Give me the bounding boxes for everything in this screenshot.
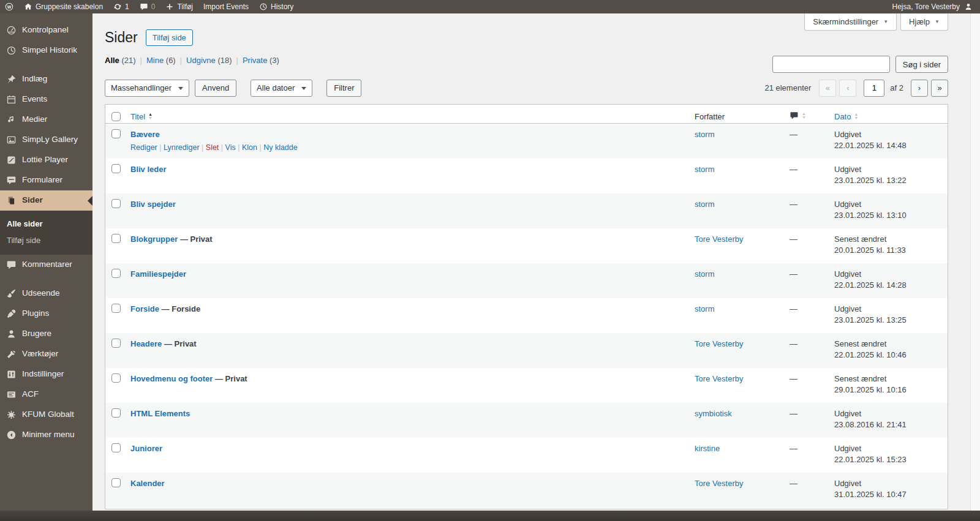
sidebar-item-events[interactable]: Events — [0, 89, 92, 110]
page-title-link[interactable]: Kalender — [130, 479, 165, 488]
add-page-button[interactable]: Tilføj side — [146, 29, 193, 47]
row-checkbox[interactable] — [111, 339, 121, 348]
sidebar-item-simpel-historik[interactable]: Simpel Historik — [0, 40, 92, 61]
status-label: Senest ændret — [834, 234, 948, 245]
filter-udgivne[interactable]: Udgivne (18) — [186, 56, 232, 65]
sidebar-item-plugins[interactable]: Plugins — [0, 304, 92, 324]
row-checkbox[interactable] — [111, 373, 121, 383]
date-value: 20.01.2025 kl. 11:33 — [834, 245, 948, 256]
last-page-button[interactable]: » — [931, 80, 948, 97]
row-action-rediger[interactable]: Rediger — [130, 143, 157, 152]
filter-mine[interactable]: Mine (6) — [146, 56, 176, 65]
row-checkbox[interactable] — [111, 164, 121, 173]
row-checkbox[interactable] — [111, 269, 121, 278]
page-title: Sider — [105, 29, 138, 47]
prev-page-button[interactable]: ‹ — [839, 80, 856, 97]
current-page-input[interactable] — [864, 80, 884, 97]
sidebar-item-label: Indstillinger — [22, 369, 64, 379]
author-link[interactable]: storm — [695, 304, 715, 313]
author-link[interactable]: storm — [695, 269, 715, 279]
author-link[interactable]: storm — [695, 130, 715, 139]
page-title-link[interactable]: Headere — [130, 339, 162, 348]
page-title-link[interactable]: Familiespejder — [130, 269, 186, 279]
date-filter-select[interactable]: Alle datoer — [251, 80, 312, 97]
sidebar-item-formularer[interactable]: Formularer — [0, 170, 92, 190]
row-checkbox[interactable] — [111, 443, 121, 452]
sidebar-item-udseende[interactable]: Udseende — [0, 283, 92, 304]
sidebar-item-kontrolpanel[interactable]: Kontrolpanel — [0, 20, 92, 40]
sidebar-item-minimer-menu[interactable]: Minimer menu — [0, 425, 92, 445]
filter-private[interactable]: Private (3) — [243, 56, 279, 65]
sidebar-item-simply-gallery[interactable]: SimpLy Gallery — [0, 130, 92, 150]
row-checkbox[interactable] — [111, 408, 121, 418]
row-action-vis[interactable]: Vis — [225, 143, 236, 152]
sidebar-item-medier[interactable]: Medier — [0, 110, 92, 130]
author-link[interactable]: Tore Vesterby — [695, 339, 744, 348]
admin-bar-user-menu[interactable]: Hejsa, Tore Vesterby — [892, 2, 973, 11]
admin-bar-item-1[interactable]: 1 — [113, 2, 129, 11]
bulk-actions-select[interactable]: Massehandlinger — [105, 80, 189, 97]
sidebar-item-brugere[interactable]: Brugere — [0, 324, 92, 344]
page-title-link[interactable]: Hovedmenu og footer — [130, 374, 213, 383]
scrollbar[interactable] — [970, 13, 980, 521]
filter-alle[interactable]: Alle (21) — [105, 56, 136, 65]
row-checkbox[interactable] — [111, 199, 121, 208]
sidebar-item-indl-g[interactable]: Indlæg — [0, 69, 92, 89]
sort-icon: ▲▼ — [854, 113, 858, 120]
page-title-link[interactable]: Bliv spejder — [130, 200, 176, 209]
sidebar-item-kfum-globalt[interactable]: KFUM Globalt — [0, 405, 92, 425]
row-checkbox[interactable] — [111, 304, 121, 313]
admin-bar-item-gruppesite-skabelon[interactable]: Gruppesite skabelon — [24, 2, 103, 11]
author-link[interactable]: storm — [695, 200, 715, 209]
first-page-button[interactable]: « — [819, 80, 836, 97]
admin-bar-item-tilf-j[interactable]: Tilføj — [165, 2, 193, 11]
row-checkbox[interactable] — [111, 478, 121, 487]
admin-bar-item-0[interactable]: 0 — [140, 2, 156, 11]
sidebar-item-lottie-player[interactable]: Lottie Player — [0, 150, 92, 170]
screen-options-button[interactable]: Skærmindstillinger ▼ — [804, 13, 897, 31]
sort-by-comments[interactable]: ▲▼ — [790, 111, 806, 120]
author-link[interactable]: Tore Vesterby — [695, 374, 744, 383]
sidebar-subitem-tilf-j-side[interactable]: Tilføj side — [0, 232, 92, 249]
search-input[interactable] — [772, 56, 890, 73]
sort-by-title[interactable]: Titel ▲▼ — [130, 112, 153, 121]
author-link[interactable]: symbiotisk — [695, 409, 732, 418]
sidebar-item-acf[interactable]: ACF — [0, 384, 92, 405]
author-link[interactable]: Tore Vesterby — [695, 479, 744, 488]
author-link[interactable]: storm — [695, 165, 715, 174]
page-title-link[interactable]: Juniorer — [130, 444, 162, 453]
help-button[interactable]: Hjælp ▼ — [900, 13, 948, 31]
row-checkbox[interactable] — [111, 234, 121, 243]
sidebar-item-indstillinger[interactable]: Indstillinger — [0, 364, 92, 384]
select-all-checkbox[interactable] — [111, 112, 121, 121]
page-title-link[interactable]: HTML Elements — [130, 409, 190, 418]
admin-bar-item-import-events[interactable]: Import Events — [203, 2, 249, 11]
next-page-button[interactable]: › — [911, 80, 928, 97]
filter-button[interactable]: Filtrer — [326, 80, 361, 97]
page-title-link[interactable]: Bliv leder — [130, 165, 167, 174]
admin-bar-item-history[interactable]: History — [259, 2, 293, 11]
admin-bar-item-wordpress-logo[interactable]: W — [5, 2, 13, 11]
sidebar-item-kommentarer[interactable]: Kommentarer — [0, 255, 92, 275]
sidebar-item-sider[interactable]: Sider — [0, 190, 92, 211]
row-action-lynrediger[interactable]: Lynrediger — [164, 143, 200, 152]
row-checkbox[interactable] — [111, 129, 121, 138]
comment-count: — — [790, 200, 797, 209]
author-link[interactable]: Tore Vesterby — [695, 234, 744, 244]
sidebar-subitem-alle-sider[interactable]: Alle sider — [0, 216, 92, 232]
row-action-klon[interactable]: Klon — [242, 143, 257, 152]
sidebar-item-v-rkt-jer[interactable]: Værktøjer — [0, 344, 92, 364]
row-action-ny-kladde[interactable]: Ny kladde — [263, 143, 298, 152]
row-action-slet[interactable]: Slet — [206, 143, 219, 152]
visibility-suffix: — Privat — [178, 234, 212, 244]
sidebar-item-label: Udseende — [22, 288, 60, 298]
author-column-header: Forfatter — [695, 112, 725, 121]
title-column-header: Titel — [130, 112, 145, 121]
page-title-link[interactable]: Forside — [130, 304, 159, 313]
apply-button[interactable]: Anvend — [195, 80, 236, 97]
search-pages-button[interactable]: Søg i sider — [895, 56, 948, 73]
page-title-link[interactable]: Bævere — [130, 130, 160, 139]
page-title-link[interactable]: Blokgrupper — [130, 234, 178, 244]
sort-by-date[interactable]: Dato ▲▼ — [834, 112, 858, 121]
author-link[interactable]: kirstine — [695, 444, 720, 453]
